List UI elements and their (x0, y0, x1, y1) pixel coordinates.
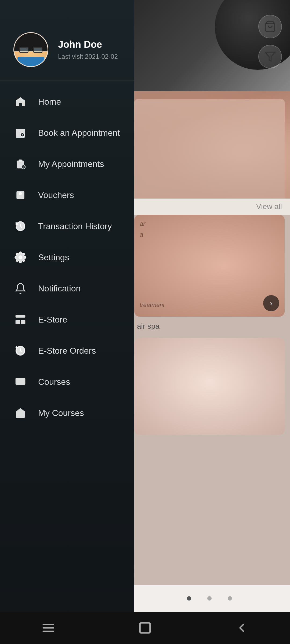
nav-label-my-appointments: My Appointments (38, 159, 104, 169)
tab-dot-2 (207, 596, 212, 601)
navigation-drawer: John Doe Last visit 2021-02-02 Home (0, 0, 134, 644)
nav-label-my-courses: My Courses (38, 408, 84, 418)
cart-button[interactable] (258, 15, 282, 38)
drawer-header: John Doe Last visit 2021-02-02 (0, 0, 134, 81)
svg-rect-27 (16, 378, 26, 385)
appointment-icon (13, 157, 27, 171)
nav-item-courses[interactable]: Courses (0, 366, 134, 397)
nav-item-book-appointment[interactable]: Book an Appointment (0, 117, 134, 148)
nav-item-notification[interactable]: Notification (0, 273, 134, 304)
nav-label-home: Home (38, 97, 61, 107)
top-action-icons (258, 15, 282, 68)
voucher-icon (13, 188, 27, 202)
svg-rect-21 (16, 315, 26, 318)
status-bar: 📳 ᳁ (258, 0, 290, 16)
view-all-section: View all (129, 199, 290, 215)
nav-label-e-store: E-Store (38, 315, 67, 325)
nav-list: Home Book an Appointment (0, 81, 134, 434)
massage-image (129, 91, 290, 199)
svg-rect-23 (21, 320, 25, 324)
user-name: John Doe (58, 39, 118, 50)
nav-item-settings[interactable]: Settings (0, 242, 134, 273)
nav-item-my-appointments[interactable]: My Appointments (0, 148, 134, 180)
nav-label-settings: Settings (38, 253, 69, 262)
user-info: John Doe Last visit 2021-02-02 (58, 39, 118, 60)
bottom-navigation (0, 612, 290, 644)
nav-label-courses: Courses (38, 377, 70, 387)
nav-label-vouchers: Vouchers (38, 190, 74, 200)
nav-item-transaction-history[interactable]: Transaction History (0, 211, 134, 242)
history-icon (13, 219, 27, 233)
nav-label-notification: Notification (38, 284, 81, 294)
nav-item-my-courses[interactable]: My Courses (0, 397, 134, 429)
home-icon (13, 95, 27, 109)
svg-rect-38 (140, 623, 150, 633)
nav-item-e-store-orders[interactable]: E-Store Orders (0, 335, 134, 366)
card1-label: treatment (140, 302, 165, 309)
filter-button[interactable] (258, 45, 282, 68)
right-panel: 📳 ᳁ View all (129, 0, 290, 644)
home-nav-button[interactable] (134, 620, 156, 636)
nav-item-home[interactable]: Home (0, 86, 134, 117)
calendar-clock-icon (13, 126, 27, 140)
my-courses-icon (13, 406, 27, 420)
svg-rect-22 (16, 320, 20, 324)
nav-item-vouchers[interactable]: Vouchers (0, 180, 134, 211)
card1-arrow-button[interactable]: › (263, 295, 279, 311)
face-treatment-card[interactable] (134, 338, 285, 435)
courses-icon (13, 375, 27, 389)
back-nav-button[interactable] (231, 620, 252, 636)
tab-dot-3 (228, 596, 232, 601)
nav-item-e-store[interactable]: E-Store (0, 304, 134, 335)
svg-rect-13 (19, 160, 22, 162)
menu-nav-button[interactable] (38, 620, 59, 636)
bottom-tabs-indicator (129, 585, 290, 612)
avatar (13, 32, 48, 67)
user-last-visit: Last visit 2021-02-02 (58, 53, 118, 60)
nav-label-transaction-history: Transaction History (38, 221, 112, 231)
orders-history-icon (13, 344, 27, 358)
bell-icon (13, 281, 27, 295)
svg-marker-1 (265, 52, 275, 61)
nav-label-book-appointment: Book an Appointment (38, 128, 120, 138)
hair-spa-text: air spa (132, 319, 165, 333)
store-icon (13, 313, 27, 327)
tab-dot-1 (187, 596, 191, 601)
treatment-card[interactable]: ar a treatment › (134, 215, 285, 317)
nav-label-e-store-orders: E-Store Orders (38, 346, 96, 356)
view-all-text[interactable]: View all (256, 202, 282, 211)
gear-icon (13, 250, 27, 264)
